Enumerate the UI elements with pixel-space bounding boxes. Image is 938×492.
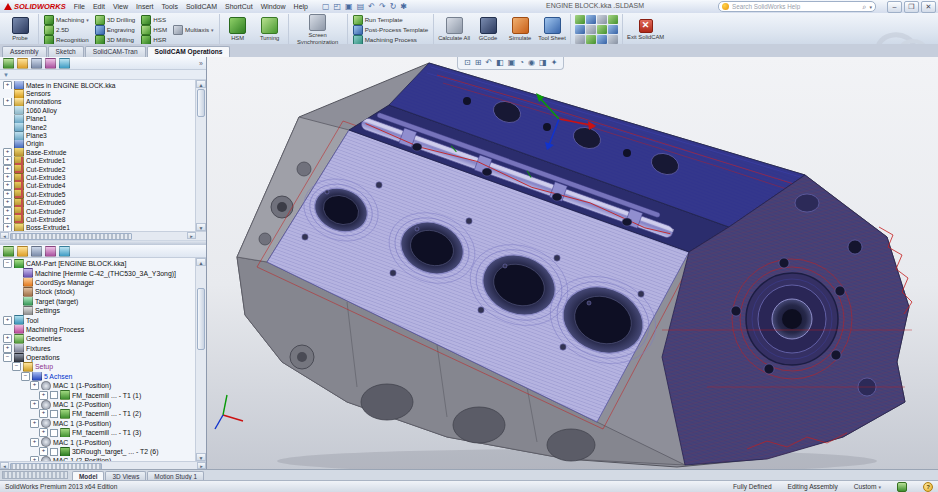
- menu-item[interactable]: ShortCut: [222, 3, 256, 10]
- expand-toggle-icon[interactable]: +: [3, 182, 12, 190]
- operations-manager-icon[interactable]: [608, 35, 618, 44]
- feature-tree-item[interactable]: + Cut-Extrude4: [0, 182, 196, 190]
- machine-setup-icon[interactable]: [575, 25, 585, 34]
- hide-show-icon[interactable]: ◉: [528, 58, 535, 68]
- 25d-button[interactable]: 2.5D: [43, 25, 90, 34]
- calculate-all-button[interactable]: Calculate All: [438, 17, 470, 41]
- redo-icon[interactable]: ↷: [379, 2, 386, 11]
- expand-toggle-icon[interactable]: −: [12, 362, 21, 371]
- scroll-right-icon[interactable]: ▸: [187, 232, 196, 239]
- machining-process-button[interactable]: Machining Process: [352, 35, 430, 44]
- scrollbar-thumb[interactable]: [197, 288, 205, 350]
- scroll-left-icon[interactable]: ◂: [0, 232, 9, 239]
- gcode-button[interactable]: GCode: [474, 17, 502, 41]
- documentation-icon[interactable]: [597, 35, 607, 44]
- scroll-up-icon[interactable]: ▲: [196, 258, 206, 266]
- cam-tree-scrollbar[interactable]: ▲ ▼: [195, 258, 206, 461]
- feature-tree-item[interactable]: Plane2: [0, 123, 196, 131]
- command-tab[interactable]: Sketch: [48, 46, 84, 57]
- solidcam-simulate-icon[interactable]: [45, 246, 56, 257]
- scrollbar-thumb[interactable]: [10, 233, 132, 240]
- cam-tree-item[interactable]: + MAC 1 (1-Position): [0, 437, 196, 446]
- previous-view-icon[interactable]: ↶: [485, 58, 492, 68]
- command-tab[interactable]: Assembly: [2, 46, 47, 57]
- menu-item[interactable]: Help: [291, 3, 311, 10]
- expand-toggle-icon[interactable]: +: [3, 207, 12, 215]
- expand-toggle-icon[interactable]: +: [3, 334, 12, 343]
- feature-tree-item[interactable]: 1060 Alloy: [0, 106, 196, 114]
- machining-button[interactable]: Machining▾: [43, 15, 90, 24]
- expand-toggle-icon[interactable]: +: [3, 344, 12, 353]
- display-style-icon[interactable]: ◔: [519, 58, 524, 68]
- feature-tree-item[interactable]: + Cut-Extrude5: [0, 190, 196, 198]
- post-process-template-button[interactable]: Post-Process Template: [352, 25, 430, 34]
- options-icon[interactable]: ✱: [400, 2, 407, 11]
- menu-item[interactable]: Insert: [133, 3, 157, 10]
- feature-tree-item[interactable]: Sensors: [0, 89, 196, 97]
- minimize-button[interactable]: –: [887, 1, 902, 13]
- feature-tree-item[interactable]: + Cut-Extrude1: [0, 157, 196, 165]
- expand-toggle-icon[interactable]: +: [3, 81, 12, 89]
- expand-toggle-icon[interactable]: +: [39, 391, 48, 400]
- expand-toggle-icon[interactable]: +: [3, 215, 12, 223]
- scroll-down-icon[interactable]: ▼: [196, 453, 206, 461]
- hsm-button[interactable]: HSM: [140, 25, 168, 34]
- configurationmanager-tab-icon[interactable]: [31, 58, 42, 69]
- help-icon[interactable]: [923, 482, 933, 492]
- cam-tree-item[interactable]: + Tool: [0, 315, 196, 324]
- print-icon[interactable]: ▤: [357, 2, 365, 11]
- rebuild-icon[interactable]: ↻: [390, 2, 397, 11]
- open-document-icon[interactable]: ◰: [334, 2, 342, 11]
- feature-tree-item[interactable]: + Cut-Extrude8: [0, 215, 196, 223]
- expand-toggle-icon[interactable]: +: [30, 419, 39, 428]
- close-button[interactable]: ✕: [921, 1, 936, 13]
- simulation-options-icon[interactable]: [575, 35, 585, 44]
- solidcam-refresh-icon[interactable]: [17, 246, 28, 257]
- scrollbar-thumb[interactable]: [197, 89, 205, 117]
- scroll-right-icon[interactable]: ▸: [197, 462, 206, 469]
- featuremanager-tab-icon[interactable]: [3, 58, 14, 69]
- expand-toggle-icon[interactable]: −: [3, 353, 12, 362]
- feature-tree-item[interactable]: + Annotations: [0, 98, 196, 106]
- menu-item[interactable]: SolidCAM: [183, 3, 220, 10]
- feature-tree-scrollbar[interactable]: ▲ ▼: [195, 80, 206, 231]
- command-tab[interactable]: SolidCAM Operations: [147, 46, 231, 57]
- cam-tree-item[interactable]: + MAC 1 (3-Position): [0, 419, 196, 428]
- cam-tree-item[interactable]: CoordSys Manager: [0, 278, 196, 287]
- expand-toggle-icon[interactable]: +: [30, 381, 39, 390]
- feature-tree-item[interactable]: + Cut-Extrude6: [0, 198, 196, 206]
- expand-toggle-icon[interactable]: −: [21, 372, 30, 381]
- save-icon[interactable]: ▣: [345, 2, 353, 11]
- solidcam-filter-icon[interactable]: [31, 246, 42, 257]
- filter-icon[interactable]: ▼: [3, 72, 9, 78]
- synchronize-icon[interactable]: [597, 25, 607, 34]
- hss-button[interactable]: HSS: [140, 15, 168, 24]
- tool-sheet-button[interactable]: Tool Sheet: [538, 17, 566, 41]
- turning-button[interactable]: Turning: [256, 17, 284, 41]
- expand-toggle-icon[interactable]: +: [3, 190, 12, 198]
- cam-tree-item[interactable]: + MAC 1 (2-Position): [0, 400, 196, 409]
- expand-toggle-icon[interactable]: +: [3, 157, 12, 165]
- graphics-viewport[interactable]: ⊡⊞↶◧▣◔◉◨✦: [207, 57, 938, 470]
- displaymanager-tab-icon[interactable]: [59, 58, 70, 69]
- scroll-down-icon[interactable]: ▼: [196, 223, 206, 231]
- stock-model-icon[interactable]: [586, 15, 596, 24]
- view-orientation-icon[interactable]: ▣: [508, 58, 516, 68]
- cam-tree-item[interactable]: Target (target): [0, 297, 196, 306]
- menu-item[interactable]: Window: [258, 3, 289, 10]
- screen-sync-button[interactable]: Screen Synchronization: [293, 14, 343, 44]
- expand-toggle-icon[interactable]: +: [30, 400, 39, 409]
- recognition-button[interactable]: Recognition: [43, 35, 90, 44]
- expand-toggle-icon[interactable]: +: [3, 148, 12, 156]
- expand-toggle-icon[interactable]: +: [3, 173, 12, 181]
- 3d-drilling-button[interactable]: 3D Drilling: [94, 15, 137, 24]
- undo-icon[interactable]: ↶: [368, 2, 375, 11]
- cam-tree-item[interactable]: + FM_facemill ... - T1 (3): [0, 428, 196, 437]
- feature-tree-item[interactable]: + Boss-Extrude1: [0, 224, 196, 231]
- solidcam-settings-icon[interactable]: [59, 246, 70, 257]
- hsr-button[interactable]: HSR: [140, 35, 168, 44]
- scroll-up-icon[interactable]: ▲: [196, 80, 206, 88]
- cam-tree-item[interactable]: Machine [Hermle C-42_(THC530_3A_Y3ong)]: [0, 268, 196, 277]
- operation-checkbox[interactable]: [50, 391, 58, 399]
- feature-tree-item[interactable]: + Base-Extrude: [0, 148, 196, 156]
